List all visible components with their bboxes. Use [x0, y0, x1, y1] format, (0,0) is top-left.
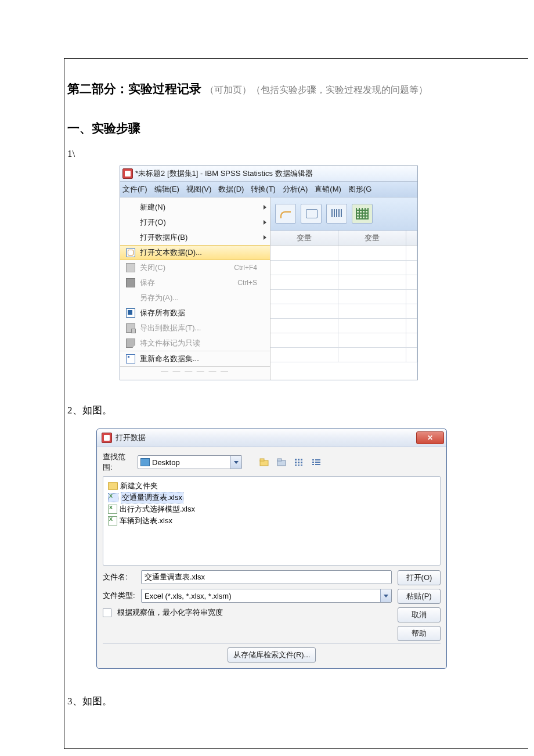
section-heading: 第二部分：实验过程记录 （可加页）（包括实验步骤，实验过程发现的问题等）: [67, 81, 517, 97]
list-item[interactable]: 车辆到达表.xlsx: [108, 515, 435, 527]
save-all-icon: [126, 308, 135, 318]
help-button-label: 帮助: [412, 628, 427, 639]
svg-rect-16: [315, 462, 320, 463]
file-list-pane[interactable]: 新建文件夹 交通量调查表.xlsx 出行方式选择模型.xlsx 车辆到达表.xl…: [103, 476, 441, 566]
mi-saveall[interactable]: 保存所有数据: [120, 305, 270, 321]
chevron-down-icon[interactable]: [230, 456, 241, 469]
view-details-button[interactable]: [309, 455, 323, 469]
menu-edit[interactable]: 编辑(E): [154, 184, 179, 195]
spss-column-headers: 变量 变量: [270, 231, 417, 246]
submenu-arrow-icon: [264, 235, 266, 240]
paste-button[interactable]: 粘贴(P): [398, 589, 441, 604]
retrieve-button-label: 从存储库检索文件(R)...: [233, 650, 311, 660]
mi-save-shortcut: Ctrl+S: [237, 279, 257, 287]
spss-right-pane: 变量 变量: [270, 197, 417, 380]
mi-close: 关闭(C) Ctrl+F4: [120, 260, 270, 275]
list-item[interactable]: 新建文件夹: [108, 480, 435, 492]
blank-icon: [126, 233, 135, 242]
spss-titlebar: *未标题2 [数据集1] - IBM SPSS Statistics 数据编辑器: [120, 166, 417, 182]
file-name: 车辆到达表.xlsx: [120, 516, 172, 526]
submenu-arrow-icon: [264, 220, 266, 225]
list-item-selected[interactable]: 交通量调查表.xlsx: [108, 492, 435, 503]
spss-app-icon: [122, 168, 133, 179]
mi-close-shortcut: Ctrl+F4: [234, 264, 257, 272]
open-data-dialog: 打开数据 ✕ 查找范围: Desktop: [96, 429, 447, 669]
view-list-button[interactable]: [292, 455, 306, 469]
help-button[interactable]: 帮助: [398, 626, 441, 641]
lookin-label: 查找范围:: [103, 452, 134, 473]
spss-grid[interactable]: [270, 246, 417, 380]
close-button[interactable]: ✕: [416, 431, 444, 444]
chevron-down-icon[interactable]: [380, 589, 391, 602]
menu-view[interactable]: 视图(V): [186, 184, 211, 195]
step-3-text: 、如图。: [73, 696, 112, 707]
filename-label: 文件名:: [103, 572, 138, 582]
save-icon: [126, 278, 135, 287]
mi-saveas-label: 另存为(A)...: [140, 293, 179, 303]
new-folder-button[interactable]: [275, 455, 288, 469]
svg-rect-9: [298, 465, 300, 466]
column-header[interactable]: 变量: [270, 231, 338, 246]
minimize-width-checkbox[interactable]: [103, 609, 111, 617]
filename-input[interactable]: 交通量调查表.xlsx: [141, 570, 392, 584]
svg-rect-11: [301, 462, 302, 463]
mi-new[interactable]: 新建(N): [120, 200, 270, 215]
toolbar-button[interactable]: [301, 204, 322, 224]
readonly-icon: [126, 339, 135, 348]
retrieve-from-repo-button[interactable]: 从存储库检索文件(R)...: [228, 647, 316, 663]
menu-analyze[interactable]: 分析(A): [283, 184, 308, 195]
toolbar-button[interactable]: [326, 204, 347, 224]
filetype-value: Excel (*.xls, *.xlsx, *.xlsm): [145, 592, 232, 600]
desktop-icon: [140, 458, 150, 466]
section-heading-bold: 第二部分：实验过程记录: [67, 82, 201, 95]
up-folder-button[interactable]: [257, 455, 271, 469]
paste-button-label: 粘贴(P): [406, 591, 431, 602]
list-item[interactable]: 出行方式选择模型.xlsx: [108, 503, 435, 515]
cancel-button-label: 取消: [412, 610, 427, 620]
undo-button[interactable]: [275, 204, 296, 224]
menu-graphs[interactable]: 图形(G: [348, 184, 371, 195]
svg-rect-4: [295, 459, 297, 460]
close-icon: ✕: [427, 434, 433, 442]
excel-icon: [108, 505, 117, 514]
step-3-num: 3: [67, 696, 73, 707]
mi-new-label: 新建(N): [140, 202, 165, 213]
spss-toolbar: [270, 197, 417, 231]
mi-saveas: 另存为(A)...: [120, 290, 270, 305]
menu-data[interactable]: 数据(D): [218, 184, 244, 195]
mi-open-textdata-label: 打开文本数据(D)...: [140, 247, 202, 258]
textdata-icon: [126, 248, 135, 257]
filetype-combo[interactable]: Excel (*.xls, *.xlsx, *.xlsm): [141, 589, 392, 603]
mi-open-textdata[interactable]: 打开文本数据(D)...: [120, 245, 270, 260]
cancel-button[interactable]: 取消: [398, 607, 441, 622]
column-header-empty[interactable]: [406, 231, 417, 246]
step-1-label: 1\: [67, 148, 517, 160]
mi-open-db[interactable]: 打开数据库(B): [120, 230, 270, 245]
step-2-label: 2、如图。: [67, 404, 517, 417]
toolbar-grid-button[interactable]: [352, 204, 373, 224]
menu-truncated-indicator: — — — — — —: [120, 366, 270, 376]
svg-rect-13: [312, 459, 314, 460]
excel-icon: [108, 516, 117, 525]
mi-rename-ds[interactable]: 重新命名数据集...: [120, 351, 270, 366]
mi-open[interactable]: 打开(O): [120, 215, 270, 230]
mi-export-db-label: 导出到数据库(T)...: [140, 323, 201, 333]
column-header[interactable]: 变量: [338, 231, 406, 246]
filename-value: 交通量调查表.xlsx: [145, 572, 205, 582]
mi-export-db: 导出到数据库(T)...: [120, 321, 270, 336]
lookin-combo[interactable]: Desktop: [138, 455, 242, 469]
blank-icon: [126, 203, 135, 212]
blank-icon: [126, 293, 135, 303]
step-2-num: 2: [67, 405, 73, 416]
svg-rect-5: [295, 462, 297, 463]
svg-rect-15: [312, 462, 314, 463]
mi-mark-readonly-label: 将文件标记为只读: [140, 338, 200, 348]
spss-menubar[interactable]: 文件(F) 编辑(E) 视图(V) 数据(D) 转换(T) 分析(A) 直销(M…: [120, 182, 417, 197]
menu-transform[interactable]: 转换(T): [251, 184, 276, 195]
svg-rect-12: [301, 465, 302, 466]
step-2-text: 、如图。: [73, 405, 112, 416]
menu-direct[interactable]: 直销(M): [315, 184, 341, 195]
mi-rename-ds-label: 重新命名数据集...: [140, 354, 199, 364]
open-button[interactable]: 打开(O): [398, 570, 441, 585]
menu-file[interactable]: 文件(F): [122, 184, 147, 195]
